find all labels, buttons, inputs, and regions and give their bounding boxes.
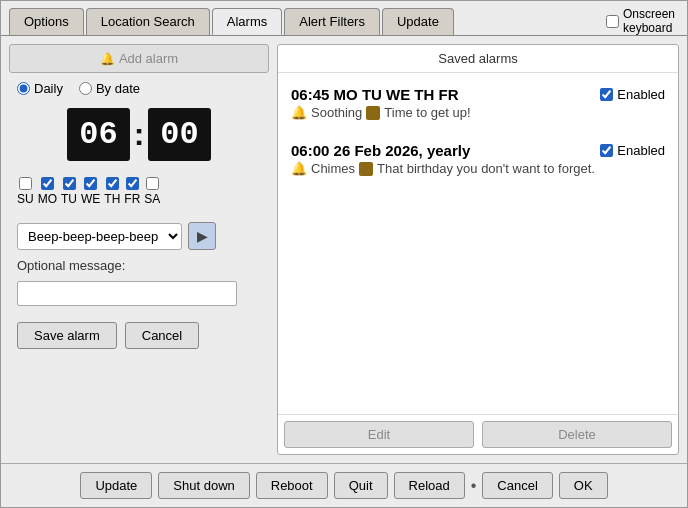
alarm-2-message: That birthday you don't want to forget. xyxy=(377,161,595,176)
daily-radio-label[interactable]: Daily xyxy=(17,81,63,96)
hour-display[interactable]: 06 xyxy=(67,108,129,161)
alarm-2-enabled-label: Enabled xyxy=(617,143,665,158)
content-area: 🔔 Add alarm Daily By date 06 : 00 xyxy=(1,35,687,463)
alarm-1-time: 06:45 xyxy=(291,86,329,103)
sound-select[interactable]: Beep-beep-beep-beep xyxy=(17,223,182,250)
alarm-1-time-days: 06:45 MO TU WE TH FR xyxy=(291,86,459,103)
day-sa: SA xyxy=(144,177,160,206)
checkbox-we[interactable] xyxy=(84,177,97,190)
day-mo: MO xyxy=(38,177,57,206)
label-sa: SA xyxy=(144,192,160,206)
alarm-1-sound: Soothing xyxy=(311,105,362,120)
alarm-clock-icon: 🔔 xyxy=(100,52,115,66)
alarm-2-bell-icon: 🔔 xyxy=(291,161,307,176)
alarm-1-row2: 🔔 Soothing Time to get up! xyxy=(291,105,665,120)
checkbox-tu[interactable] xyxy=(63,177,76,190)
day-su: SU xyxy=(17,177,34,206)
save-alarm-button[interactable]: Save alarm xyxy=(17,322,117,349)
checkbox-mo[interactable] xyxy=(41,177,54,190)
tab-alert-filters[interactable]: Alert Filters xyxy=(284,8,380,35)
tab-options[interactable]: Options xyxy=(9,8,84,35)
alarm-2-color-swatch xyxy=(359,162,373,176)
alarm-1-color-swatch xyxy=(366,106,380,120)
label-tu: TU xyxy=(61,192,77,206)
reboot-button[interactable]: Reboot xyxy=(256,472,328,499)
add-alarm-label: Add alarm xyxy=(119,51,178,66)
cancel-bottom-button[interactable]: Cancel xyxy=(482,472,552,499)
alarm-1-row1: 06:45 MO TU WE TH FR Enabled xyxy=(291,86,665,103)
right-panel: Saved alarms 06:45 MO TU WE TH FR Enable… xyxy=(277,44,679,455)
alarm-2-enabled-checkbox[interactable] xyxy=(600,144,613,157)
save-cancel-row: Save alarm Cancel xyxy=(9,322,269,349)
alarm-2-time: 06:00 xyxy=(291,142,329,159)
days-row: SU MO TU WE TH xyxy=(9,177,269,206)
tab-alarms[interactable]: Alarms xyxy=(212,8,282,35)
alarm-1-message: Time to get up! xyxy=(384,105,470,120)
alarms-list: 06:45 MO TU WE TH FR Enabled 🔔 Soothing … xyxy=(278,73,678,414)
checkbox-su[interactable] xyxy=(19,177,32,190)
day-tu: TU xyxy=(61,177,77,206)
alarm-2-row1: 06:00 26 Feb 2026, yearly Enabled xyxy=(291,142,665,159)
alarm-2-sound: Chimes xyxy=(311,161,355,176)
sound-row: Beep-beep-beep-beep ▶ xyxy=(9,222,269,250)
daily-row: Daily By date xyxy=(9,81,269,96)
daily-radio[interactable] xyxy=(17,82,30,95)
left-panel: 🔔 Add alarm Daily By date 06 : 00 xyxy=(9,44,269,455)
play-button[interactable]: ▶ xyxy=(188,222,216,250)
tabs-left: Options Location Search Alarms Alert Fil… xyxy=(9,8,454,35)
saved-alarms-title: Saved alarms xyxy=(278,45,678,73)
cancel-button[interactable]: Cancel xyxy=(125,322,199,349)
onscreen-keyboard-container: Onscreen keyboard xyxy=(606,7,675,35)
reload-button[interactable]: Reload xyxy=(394,472,465,499)
alarm-1-days: MO TU WE TH FR xyxy=(334,86,459,103)
update-button[interactable]: Update xyxy=(80,472,152,499)
daily-label: Daily xyxy=(34,81,63,96)
alarm-2-days: 26 Feb 2026, yearly xyxy=(334,142,471,159)
by-date-radio-label[interactable]: By date xyxy=(79,81,140,96)
label-th: TH xyxy=(104,192,120,206)
alarm-1-enabled: Enabled xyxy=(600,87,665,102)
by-date-label: By date xyxy=(96,81,140,96)
alarm-1-enabled-checkbox[interactable] xyxy=(600,88,613,101)
edit-delete-row: Edit Delete xyxy=(278,414,678,454)
main-window: Options Location Search Alarms Alert Fil… xyxy=(0,0,688,508)
add-alarm-button[interactable]: 🔔 Add alarm xyxy=(9,44,269,73)
day-fr: FR xyxy=(124,177,140,206)
onscreen-keyboard-checkbox[interactable] xyxy=(606,15,619,28)
quit-button[interactable]: Quit xyxy=(334,472,388,499)
tab-update[interactable]: Update xyxy=(382,8,454,35)
time-colon: : xyxy=(134,116,145,153)
alarm-item-2[interactable]: 06:00 26 Feb 2026, yearly Enabled 🔔 Chim… xyxy=(284,135,672,183)
edit-button[interactable]: Edit xyxy=(284,421,474,448)
ok-button[interactable]: OK xyxy=(559,472,608,499)
label-fr: FR xyxy=(124,192,140,206)
label-su: SU xyxy=(17,192,34,206)
alarm-1-bell-icon: 🔔 xyxy=(291,105,307,120)
optional-message-input[interactable] xyxy=(17,281,237,306)
minute-display[interactable]: 00 xyxy=(148,108,210,161)
alarm-2-row2: 🔔 Chimes That birthday you don't want to… xyxy=(291,161,665,176)
alarm-2-time-days: 06:00 26 Feb 2026, yearly xyxy=(291,142,470,159)
onscreen-keyboard-label: Onscreen keyboard xyxy=(623,7,675,35)
checkbox-sa[interactable] xyxy=(146,177,159,190)
day-we: WE xyxy=(81,177,100,206)
bottom-bar: Update Shut down Reboot Quit Reload • Ca… xyxy=(1,463,687,507)
label-mo: MO xyxy=(38,192,57,206)
dot-separator: • xyxy=(471,477,477,495)
checkbox-fr[interactable] xyxy=(126,177,139,190)
label-we: WE xyxy=(81,192,100,206)
alarm-2-enabled: Enabled xyxy=(600,143,665,158)
by-date-radio[interactable] xyxy=(79,82,92,95)
alarm-item-1[interactable]: 06:45 MO TU WE TH FR Enabled 🔔 Soothing … xyxy=(284,79,672,127)
day-th: TH xyxy=(104,177,120,206)
optional-label: Optional message: xyxy=(9,258,269,273)
play-icon: ▶ xyxy=(197,228,208,244)
top-bar: Options Location Search Alarms Alert Fil… xyxy=(1,1,687,35)
time-display: 06 : 00 xyxy=(9,108,269,161)
shutdown-button[interactable]: Shut down xyxy=(158,472,249,499)
tab-location-search[interactable]: Location Search xyxy=(86,8,210,35)
delete-button[interactable]: Delete xyxy=(482,421,672,448)
alarm-1-enabled-label: Enabled xyxy=(617,87,665,102)
checkbox-th[interactable] xyxy=(106,177,119,190)
